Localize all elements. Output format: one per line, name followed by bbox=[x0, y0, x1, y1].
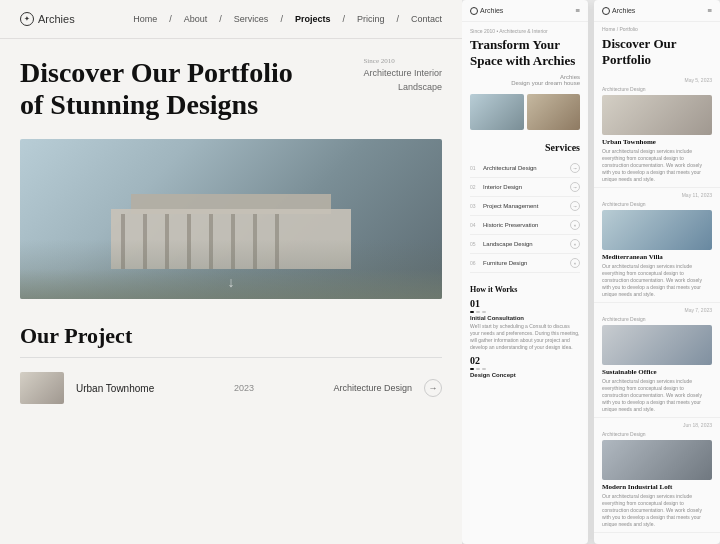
project-year: 2023 bbox=[234, 383, 254, 393]
hero-section: Discover Our Portfolio of Stunning Desig… bbox=[0, 39, 462, 131]
how-it-works-section: How it Works 01 Initial Consultation We'… bbox=[462, 279, 588, 389]
proj-image-3 bbox=[602, 325, 712, 365]
proj-type-2: Architecture Design bbox=[602, 201, 646, 207]
mobile-logo-2: Archies bbox=[602, 7, 635, 15]
service-arrow-4[interactable]: × bbox=[570, 220, 580, 230]
nav-pricing[interactable]: Pricing bbox=[357, 14, 385, 24]
logo-icon: ✦ bbox=[20, 12, 34, 26]
mobile1-title: Transform Your Space with Archies bbox=[470, 37, 580, 68]
breadcrumb: Home / Portfolio bbox=[594, 22, 720, 34]
service-item-6[interactable]: 06 Furniture Design × bbox=[470, 254, 580, 273]
nav-links: Home / About / Services / Projects / Pri… bbox=[133, 14, 442, 24]
mobile1-image-1 bbox=[470, 94, 524, 130]
hamburger-icon-2[interactable]: ≡ bbox=[707, 6, 712, 15]
dot bbox=[476, 368, 480, 370]
hero-image: ↓ bbox=[20, 139, 442, 299]
proj-date-2: May 11, 2023 bbox=[682, 192, 712, 198]
proj-name-4: Modern Industrial Loft bbox=[602, 483, 712, 491]
service-arrow-1[interactable]: → bbox=[570, 163, 580, 173]
logo-text: Archies bbox=[38, 13, 75, 25]
portfolio-item-4[interactable]: Architecture Design Jun 18, 2023 Modern … bbox=[594, 418, 720, 533]
service-item-3[interactable]: 03 Project Management → bbox=[470, 197, 580, 216]
service-arrow-2[interactable]: → bbox=[570, 182, 580, 192]
hero-subtitle: Architecture Interior Landscape bbox=[363, 67, 442, 94]
proj-desc-3: Our architectural design services includ… bbox=[602, 378, 712, 413]
our-project-section: Our Project Urban Townhome 2023 Architec… bbox=[0, 307, 462, 418]
logo[interactable]: ✦ Archies bbox=[20, 12, 75, 26]
dot bbox=[470, 311, 474, 313]
mobile-nav-2: Archies ≡ bbox=[594, 0, 720, 22]
proj-image-2 bbox=[602, 210, 712, 250]
proj-type-4: Architecture Design bbox=[602, 431, 646, 437]
dot bbox=[476, 311, 480, 313]
proj-desc-2: Our architectural design services includ… bbox=[602, 263, 712, 298]
proj-name-3: Sustainable Office bbox=[602, 368, 712, 376]
service-name-6: Furniture Design bbox=[480, 260, 570, 266]
mobile-logo-icon-2 bbox=[602, 7, 610, 15]
page-title: Discover Our Portfolio bbox=[594, 34, 720, 73]
nav-contact[interactable]: Contact bbox=[411, 14, 442, 24]
portfolio-item-1[interactable]: Architecture Design May 5, 2023 Urban To… bbox=[594, 73, 720, 188]
mobile1-image-2 bbox=[527, 94, 581, 130]
project-thumbnail bbox=[20, 372, 64, 404]
hamburger-icon-1[interactable]: ≡ bbox=[575, 6, 580, 15]
services-title: Services bbox=[470, 142, 580, 153]
mobile1-company: Archies Design your dream house bbox=[470, 74, 580, 86]
proj-date-3: May 7, 2023 bbox=[684, 307, 712, 313]
service-item-5[interactable]: 05 Landscape Design × bbox=[470, 235, 580, 254]
service-item-4[interactable]: 04 Historic Preservation × bbox=[470, 216, 580, 235]
services-section: Services 01 Architectural Design → 02 In… bbox=[462, 136, 588, 279]
proj-desc-1: Our architectural design services includ… bbox=[602, 148, 712, 183]
mobile-logo-icon-1 bbox=[470, 7, 478, 15]
step-dots-1 bbox=[470, 311, 580, 313]
dot bbox=[482, 368, 486, 370]
how-step-text-1: We'll start by scheduling a Consult to d… bbox=[470, 323, 580, 351]
proj-image-4 bbox=[602, 440, 712, 480]
portfolio-item-3[interactable]: Architecture Design May 7, 2023 Sustaina… bbox=[594, 303, 720, 418]
dot bbox=[470, 368, 474, 370]
nav-sep5: / bbox=[396, 14, 399, 24]
mobile-panel-1: Archies ≡ Since 2010 • Architecture & In… bbox=[462, 0, 588, 544]
proj-type-1: Architecture Design bbox=[602, 86, 646, 92]
service-num-5: 05 bbox=[470, 241, 480, 247]
mobile1-since: Since 2010 • Architecture & Interior bbox=[470, 28, 580, 34]
service-num-1: 01 bbox=[470, 165, 480, 171]
project-arrow-icon[interactable]: → bbox=[424, 379, 442, 397]
how-step-1: 01 Initial Consultation We'll start by s… bbox=[470, 299, 580, 351]
nav-about[interactable]: About bbox=[184, 14, 208, 24]
proj-desc-4: Our architectural design services includ… bbox=[602, 493, 712, 528]
proj-date-1: May 5, 2023 bbox=[684, 77, 712, 83]
hero-subtitle-line1: Architecture Interior bbox=[363, 67, 442, 81]
service-num-6: 06 bbox=[470, 260, 480, 266]
proj-name-2: Mediterranean Villa bbox=[602, 253, 712, 261]
portfolio-item-2[interactable]: Architecture Design May 11, 2023 Mediter… bbox=[594, 188, 720, 303]
how-title: How it Works bbox=[470, 285, 580, 294]
mobile1-company-sub: Design your dream house bbox=[470, 80, 580, 86]
service-item-2[interactable]: 02 Interior Design → bbox=[470, 178, 580, 197]
how-step-num-1: 01 bbox=[470, 299, 580, 309]
service-item-1[interactable]: 01 Architectural Design → bbox=[470, 159, 580, 178]
service-name-2: Interior Design bbox=[480, 184, 570, 190]
nav-sep1: / bbox=[169, 14, 172, 24]
proj-name-1: Urban Townhome bbox=[602, 138, 712, 146]
nav-home[interactable]: Home bbox=[133, 14, 157, 24]
service-arrow-6[interactable]: × bbox=[570, 258, 580, 268]
mobile1-hero: Since 2010 • Architecture & Interior Tra… bbox=[462, 22, 588, 94]
service-num-3: 03 bbox=[470, 203, 480, 209]
nav-projects[interactable]: Projects bbox=[295, 14, 331, 24]
mobile-panel-2: Archies ≡ Home / Portfolio Discover Our … bbox=[594, 0, 720, 544]
nav-services[interactable]: Services bbox=[234, 14, 269, 24]
desktop-panel: ✦ Archies Home / About / Services / Proj… bbox=[0, 0, 462, 544]
mobile-logo-1: Archies bbox=[470, 7, 503, 15]
hero-title: Discover Our Portfolio of Stunning Desig… bbox=[20, 57, 300, 121]
how-step-name-2: Design Concept bbox=[470, 372, 580, 378]
table-row[interactable]: Urban Townhome 2023 Architecture Design … bbox=[20, 366, 442, 410]
service-arrow-5[interactable]: × bbox=[570, 239, 580, 249]
mobile-logo-text-2: Archies bbox=[612, 7, 635, 14]
scroll-icon: ↓ bbox=[228, 275, 235, 291]
service-arrow-3[interactable]: → bbox=[570, 201, 580, 211]
mobile1-images bbox=[470, 94, 580, 130]
service-name-5: Landscape Design bbox=[480, 241, 570, 247]
nav-sep4: / bbox=[342, 14, 345, 24]
proj-type-3: Architecture Design bbox=[602, 316, 646, 322]
